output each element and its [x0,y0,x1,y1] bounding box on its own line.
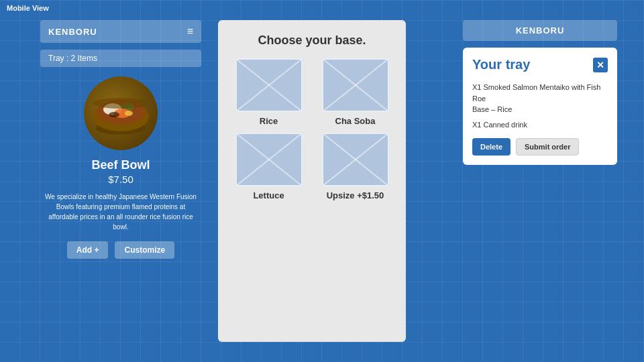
svg-rect-24 [323,133,388,186]
svg-line-14 [322,58,389,112]
tray-actions: Delete Submit order [472,138,608,156]
mobile-view-label: Mobile View [7,4,49,12]
svg-rect-17 [235,133,303,186]
tray-item-salmon: X1 Smoked Salmon Mentaiko with Fish RoeB… [472,82,608,115]
bowl-image [84,76,158,150]
base-image-rice [235,58,303,112]
svg-point-8 [93,98,149,109]
delete-button[interactable]: Delete [472,138,511,156]
kenboru-header-left: KENBORU ≡ [40,20,201,43]
right-panel: KENBORU Your tray ✕ X1 Smoked Salmon Men… [463,20,617,165]
svg-rect-12 [236,59,302,111]
tray-label: Tray : 2 Items [40,50,201,67]
item-price: $7.50 [40,174,201,185]
svg-line-19 [235,133,303,186]
base-image-upsize [322,133,389,186]
close-button[interactable]: ✕ [593,58,608,72]
svg-rect-20 [236,133,302,186]
kenboru-header-right: KENBORU [463,20,617,41]
base-image-cha-soba [322,58,389,112]
add-button[interactable]: Add + [67,241,109,259]
svg-line-23 [322,133,389,186]
base-item-rice[interactable]: Rice [229,58,309,126]
base-label-rice: Rice [260,116,278,126]
base-label-upsize: Upsize +$1.50 [327,190,384,200]
customize-button[interactable]: Customize [115,241,174,259]
action-buttons: Add + Customize [40,241,201,259]
svg-line-10 [235,58,303,112]
your-tray-title: Your tray [472,57,530,72]
svg-rect-13 [322,58,389,112]
item-name: Beef Bowl [40,158,201,172]
base-label-lettuce: Lettuce [253,190,284,200]
svg-line-18 [235,133,303,186]
svg-point-7 [125,111,133,116]
kenboru-title-right: KENBORU [471,25,609,36]
svg-rect-16 [323,59,388,111]
base-image-lettuce [235,133,303,186]
base-item-upsize[interactable]: Upsize +$1.50 [315,133,395,200]
svg-rect-21 [322,133,389,186]
tray-item-canned-drink: X1 Canned drink [472,121,608,129]
submit-order-button[interactable]: Submit order [516,138,579,156]
left-panel: KENBORU ≡ Tray : 2 Items Beef Bowl $7.50… [40,20,201,259]
base-label-cha-soba: Cha Soba [335,116,376,126]
svg-line-15 [322,58,389,112]
svg-line-11 [235,58,303,112]
base-item-cha-soba[interactable]: Cha Soba [315,58,395,126]
kenboru-title-left: KENBORU [48,27,97,37]
svg-rect-9 [235,58,303,112]
svg-point-6 [109,112,119,117]
your-tray-card: Your tray ✕ X1 Smoked Salmon Mentaiko wi… [463,48,617,165]
base-grid: Rice Cha Soba [229,58,395,200]
tray-items: X1 Smoked Salmon Mentaiko with Fish RoeB… [472,82,608,129]
item-description: We specialize in healthy Japanese Wester… [40,192,201,232]
choose-base-title: Choose your base. [229,34,395,48]
your-tray-header: Your tray ✕ [472,57,608,72]
base-item-lettuce[interactable]: Lettuce [229,133,309,200]
middle-panel: Choose your base. Rice [218,20,406,342]
svg-line-22 [322,133,389,186]
menu-icon[interactable]: ≡ [187,25,193,38]
